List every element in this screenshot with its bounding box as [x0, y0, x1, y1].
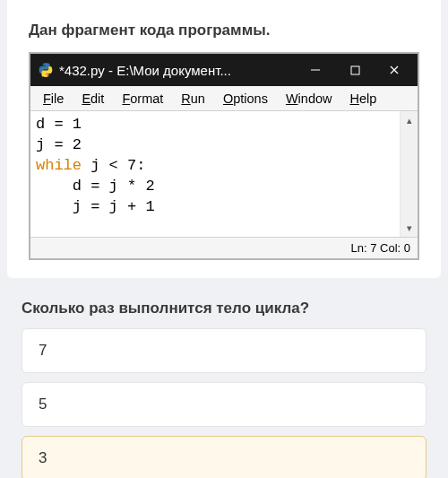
menu-edit[interactable]: Edit — [73, 90, 113, 108]
question-card: Дан фрагмент кода программы. *432.py - E… — [7, 0, 441, 278]
python-icon — [38, 62, 54, 78]
prompt-text: Дан фрагмент кода программы. — [29, 22, 419, 39]
menu-bar: File Edit Format Run Options Window Help — [30, 86, 418, 111]
code-wrap: d = 1 j = 2 while j < 7: d = j * 2 j = j… — [30, 111, 418, 237]
maximize-button[interactable] — [335, 54, 375, 86]
menu-format[interactable]: Format — [113, 90, 172, 108]
code-area[interactable]: d = 1 j = 2 while j < 7: d = j * 2 j = j… — [30, 111, 400, 237]
window-controls — [296, 54, 414, 86]
minimize-button[interactable] — [296, 54, 335, 86]
menu-file[interactable]: File — [34, 90, 73, 108]
status-bar: Ln: 7 Col: 0 — [30, 237, 418, 258]
menu-help[interactable]: Help — [341, 90, 386, 108]
menu-run[interactable]: Run — [172, 90, 214, 108]
answer-option-2[interactable]: 5 — [22, 382, 426, 427]
scroll-up-icon[interactable]: ▴ — [401, 111, 418, 129]
answer-option-1[interactable]: 7 — [22, 328, 426, 373]
answers-block: Сколько раз выполнится тело цикла? 7 5 3 — [7, 300, 441, 478]
menu-window[interactable]: Window — [277, 90, 341, 108]
editor-window: *432.py - E:\Мои документ... File Edit F… — [29, 52, 419, 260]
title-bar: *432.py - E:\Мои документ... — [30, 54, 418, 86]
svg-rect-1 — [351, 66, 359, 74]
question-text: Сколько раз выполнится тело цикла? — [22, 300, 426, 317]
window-title: *432.py - E:\Мои документ... — [59, 63, 296, 78]
menu-options[interactable]: Options — [214, 90, 277, 108]
close-button[interactable] — [375, 54, 414, 86]
scroll-down-icon[interactable]: ▾ — [401, 219, 418, 237]
svg-rect-0 — [311, 70, 320, 71]
answer-option-3[interactable]: 3 — [22, 436, 426, 478]
cursor-position: Ln: 7 Col: 0 — [351, 241, 411, 255]
vertical-scrollbar[interactable]: ▴ ▾ — [400, 111, 418, 237]
